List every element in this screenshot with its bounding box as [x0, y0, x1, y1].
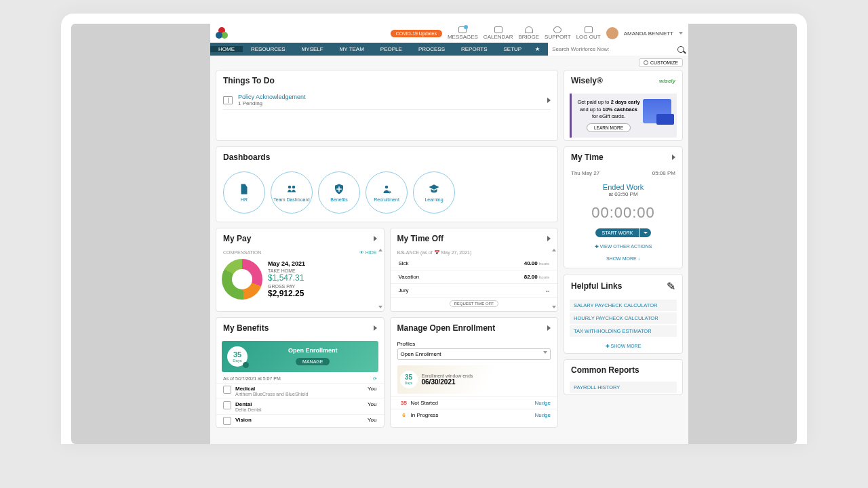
nav-reports[interactable]: REPORTS: [453, 46, 496, 52]
balance-row: Sick40.00 hours: [391, 257, 558, 270]
chevron-right-icon[interactable]: [672, 155, 675, 160]
show-more-button[interactable]: SHOW MORE ↓: [571, 256, 675, 261]
wisely-title: Wisely®: [571, 76, 603, 85]
svg-point-0: [288, 185, 292, 188]
search-icon[interactable]: [677, 46, 684, 53]
chevron-right-icon[interactable]: [374, 325, 377, 331]
chevron-right-icon[interactable]: [547, 236, 551, 241]
balance-row: Jury--: [391, 284, 558, 298]
mytime-at: at 03:50 PM: [571, 191, 675, 197]
my-pay-card: My Pay COMPENSATION👁 HIDE May 24, 2021 T…: [216, 228, 384, 312]
helpful-link[interactable]: HOURLY PAYCHECK CALCULATOR: [570, 312, 677, 324]
chevron-right-icon[interactable]: [374, 236, 377, 241]
nav-setup[interactable]: SETUP: [496, 46, 530, 52]
nav-resources[interactable]: RESOURCES: [243, 46, 294, 52]
benefit-line[interactable]: VisionYou: [216, 414, 384, 427]
nav-myself[interactable]: MYSELF: [294, 46, 332, 52]
my-time-off-card: My Time Off BALANCE (as of 📅 May 27, 202…: [390, 228, 559, 312]
chevron-down-icon[interactable]: [679, 32, 683, 35]
manage-enrollment-card: Manage Open Enrollment Profiles Open Enr…: [390, 317, 559, 428]
nav-process[interactable]: PROCESS: [410, 46, 453, 52]
things-to-do-title: Things To Do: [223, 76, 275, 85]
dash-benefits[interactable]: Benefits: [318, 171, 360, 214]
start-work-button[interactable]: START WORK: [595, 228, 640, 237]
bridge-icon[interactable]: BRIDGE: [518, 26, 539, 40]
mytime-date: Thu May 27: [571, 170, 599, 176]
dash-recruitment[interactable]: Recruitment: [366, 171, 408, 214]
take-home-amount: $1,547.31: [268, 273, 305, 283]
chevron-right-icon[interactable]: [547, 325, 551, 331]
wisely-card: Wisely®wisely Get paid up to 2 days earl…: [564, 70, 683, 141]
dashboards-card: Dashboards HR Team Dashboard Benefits Re…: [216, 146, 558, 222]
edit-icon[interactable]: ✎: [667, 280, 675, 293]
support-icon[interactable]: SUPPORT: [545, 26, 571, 40]
covid-updates-button[interactable]: COVID-19 Updates: [391, 30, 442, 37]
dash-team[interactable]: Team Dashboard: [271, 171, 313, 214]
nudge-button[interactable]: Nudge: [534, 412, 551, 418]
my-benefits-title: My Benefits: [223, 323, 269, 333]
things-to-do-card: Things To Do Policy Acknowledgement 1 Pe…: [216, 70, 558, 141]
wisely-text: Get paid up to 2 days early and up to 10…: [577, 99, 640, 132]
document-icon: [223, 96, 233, 104]
vision-icon: [223, 417, 231, 425]
nudge-button[interactable]: Nudge: [534, 400, 551, 406]
pay-donut-chart: [222, 259, 262, 300]
gear-icon: [644, 60, 648, 65]
mytime-time: 05:08 PM: [652, 170, 675, 176]
search-input[interactable]: [552, 46, 677, 52]
my-pay-title: My Pay: [223, 234, 251, 243]
view-other-actions[interactable]: ✚ VIEW OTHER ACTIONS: [571, 244, 675, 249]
calendar-icon[interactable]: CALENDAR: [484, 26, 513, 40]
main-nav: HOME RESOURCES MYSELF MY TEAM PEOPLE PRO…: [210, 43, 688, 56]
enrollment-banner: 35Days Enrollment window ends06/30/2021: [397, 365, 551, 394]
report-link[interactable]: PAYROLL HISTORY: [570, 382, 677, 393]
days-badge-icon: 35Days: [400, 371, 418, 388]
manage-button[interactable]: MANAGE: [296, 358, 330, 365]
dental-icon: [223, 401, 231, 409]
logout-icon[interactable]: LOG OUT: [576, 26, 601, 40]
adp-logo-icon: [216, 27, 228, 39]
nav-home[interactable]: HOME: [210, 46, 243, 52]
avatar-icon[interactable]: [606, 27, 618, 39]
my-time-off-title: My Time Off: [397, 234, 443, 243]
refresh-icon[interactable]: ⟳: [373, 376, 377, 382]
customize-button[interactable]: CUSTOMIZE: [639, 58, 683, 67]
profile-select[interactable]: Open Enrollment: [397, 348, 551, 360]
scrollbar[interactable]: [552, 249, 556, 308]
chevron-down-icon: [543, 351, 547, 357]
common-reports-card: Common Reports PAYROLL HISTORY: [564, 359, 683, 395]
favorite-icon[interactable]: ★: [530, 46, 545, 52]
messages-icon[interactable]: MESSAGES: [448, 26, 478, 40]
dashboards-title: Dashboards: [223, 152, 270, 162]
balance-asof: BALANCE (as of 📅 May 27, 2021): [391, 249, 558, 257]
start-work-dropdown[interactable]: [640, 228, 651, 237]
manage-enrollment-title: Manage Open Enrollment: [397, 323, 496, 333]
request-time-off-button[interactable]: REQUEST TIME OFF: [450, 300, 498, 307]
todo-link[interactable]: Policy Acknowledgement: [238, 94, 542, 100]
show-more-links[interactable]: ✚ SHOW MORE: [564, 344, 682, 353]
chevron-down-icon: [644, 232, 648, 234]
compensation-label: COMPENSATION: [223, 250, 261, 255]
todo-item[interactable]: Policy Acknowledgement 1 Pending: [223, 91, 551, 110]
dash-learning[interactable]: Learning: [413, 171, 455, 214]
days-badge-icon: 35Days: [227, 346, 248, 367]
open-enrollment-hero: 35Days Open Enrollment MANAGE: [222, 341, 378, 372]
my-time-title: My Time: [571, 152, 604, 162]
benefit-line[interactable]: MedicalAnthem BlueCross and BlueShieldYo…: [216, 383, 384, 399]
dash-hr[interactable]: HR: [223, 171, 265, 214]
hide-button[interactable]: 👁 HIDE: [359, 250, 377, 255]
learn-more-button[interactable]: LEARN MORE: [587, 123, 631, 132]
benefit-line[interactable]: DentalDelta DentalYou: [216, 399, 384, 414]
phone-card-icon: [643, 99, 671, 123]
user-name[interactable]: AMANDA BENNETT: [624, 30, 673, 37]
medical-icon: [223, 386, 231, 394]
scrollbar[interactable]: [378, 249, 382, 308]
helpful-links-title: Helpful Links: [571, 281, 622, 291]
nav-my-team[interactable]: MY TEAM: [332, 46, 372, 52]
nav-people[interactable]: PEOPLE: [372, 46, 410, 52]
enroll-stat-row: 35Not StartedNudge: [391, 396, 558, 409]
helpful-link[interactable]: SALARY PAYCHECK CALCULATOR: [570, 300, 677, 311]
helpful-link[interactable]: TAX WITHHOLDING ESTIMATOR: [570, 325, 677, 337]
wisely-logo-icon: wisely: [659, 78, 675, 84]
helpful-links-card: Helpful Links✎ SALARY PAYCHECK CALCULATO…: [564, 274, 683, 354]
